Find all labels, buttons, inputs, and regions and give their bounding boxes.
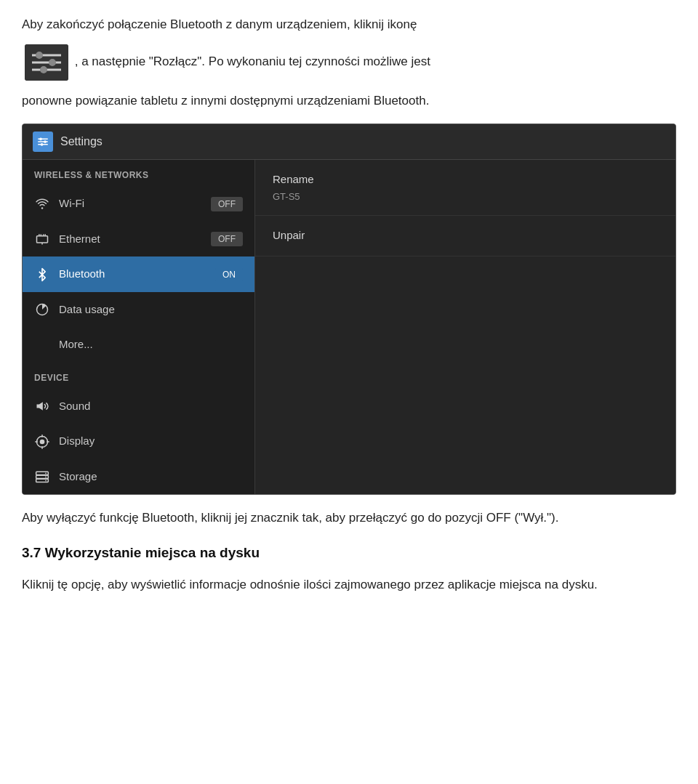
wifi-label: Wi-Fi <box>59 195 202 212</box>
data-usage-icon <box>34 302 50 318</box>
svg-marker-20 <box>37 402 43 411</box>
device-section-header: DEVICE <box>23 363 254 389</box>
settings-body: WIRELESS & NETWORKS Wi-Fi OFF <box>23 160 675 494</box>
svg-point-27 <box>45 477 47 478</box>
wireless-section-header: WIRELESS & NETWORKS <box>23 160 254 186</box>
intro-paragraph-1: Aby zakończyć połączenie Bluetooth z dan… <box>22 15 676 34</box>
intro-paragraph-3: ponowne powiązanie tabletu z innymi dost… <box>22 91 676 110</box>
rename-sublabel: GT-S5 <box>273 190 658 204</box>
unpair-item[interactable]: Unpair <box>255 216 675 256</box>
sound-icon <box>34 398 50 414</box>
svg-point-5 <box>49 59 56 66</box>
svg-point-4 <box>36 52 43 59</box>
sidebar-item-display[interactable]: Display <box>23 424 254 459</box>
unpair-label: Unpair <box>273 227 658 244</box>
settings-titlebar: Settings <box>23 124 675 160</box>
sound-label: Sound <box>59 398 243 415</box>
bluetooth-off-text: Aby wyłączyć funkcję Bluetooth, kliknij … <box>22 508 676 528</box>
sidebar-item-sound[interactable]: Sound <box>23 389 254 424</box>
inline-icon-container <box>22 55 75 69</box>
sidebar-item-ethernet[interactable]: Ethernet OFF <box>23 222 254 257</box>
rename-item[interactable]: Rename GT-S5 <box>255 160 675 216</box>
bluetooth-toggle[interactable]: ON <box>215 267 243 282</box>
more-icon <box>34 337 50 353</box>
sidebar-item-storage[interactable]: Storage <box>23 459 254 495</box>
svg-rect-25 <box>36 479 49 482</box>
sidebar-item-wifi[interactable]: Wi-Fi OFF <box>23 186 254 222</box>
sidebar-item-more[interactable]: More... <box>23 327 254 363</box>
svg-point-10 <box>39 138 42 141</box>
more-label: More... <box>59 336 243 353</box>
svg-point-11 <box>44 141 47 144</box>
svg-point-26 <box>45 473 47 474</box>
sidebar-item-data-usage[interactable]: Data usage <box>23 292 254 328</box>
data-usage-label: Data usage <box>59 302 243 318</box>
svg-rect-13 <box>37 236 48 243</box>
storage-icon <box>34 469 50 485</box>
settings-sidebar: WIRELESS & NETWORKS Wi-Fi OFF <box>23 160 255 494</box>
section-title: 3.7 Wykorzystanie miejsca na dysku <box>22 543 676 564</box>
settings-titlebar-icon <box>33 132 53 152</box>
wifi-icon <box>34 196 50 212</box>
bluetooth-icon <box>34 267 50 283</box>
wifi-toggle[interactable]: OFF <box>211 197 243 211</box>
display-icon <box>34 434 50 450</box>
display-label: Display <box>59 433 243 450</box>
svg-point-21 <box>40 439 45 444</box>
settings-sliders-icon <box>25 44 68 81</box>
svg-point-28 <box>45 480 47 482</box>
svg-rect-24 <box>36 475 49 478</box>
storage-label: Storage <box>59 469 243 485</box>
section-body: Kliknij tę opcję, aby wyświetlić informa… <box>22 575 676 594</box>
ethernet-toggle[interactable]: OFF <box>211 232 243 246</box>
settings-title-label: Settings <box>60 133 103 150</box>
settings-content-panel: Rename GT-S5 Unpair <box>255 160 675 494</box>
settings-window: Settings WIRELESS & NETWORKS Wi-Fi OFF <box>22 124 676 495</box>
svg-point-12 <box>41 143 44 146</box>
rename-label: Rename <box>273 171 658 188</box>
intro-text-line3: ponowne powiązanie tabletu z innymi dost… <box>22 94 429 108</box>
intro-text-before-icon: Aby zakończyć połączenie Bluetooth z dan… <box>22 17 417 31</box>
ethernet-icon <box>34 231 50 247</box>
intro-paragraph-2: , a następnie "Rozłącz". Po wykonaniu te… <box>22 44 676 81</box>
bluetooth-label: Bluetooth <box>59 266 206 283</box>
svg-rect-23 <box>36 472 49 474</box>
ethernet-label: Ethernet <box>59 231 202 248</box>
svg-point-6 <box>40 66 47 73</box>
intro-text-after-icon: , a następnie "Rozłącz". Po wykonaniu te… <box>75 55 430 69</box>
sidebar-item-bluetooth[interactable]: Bluetooth ON <box>23 256 254 292</box>
